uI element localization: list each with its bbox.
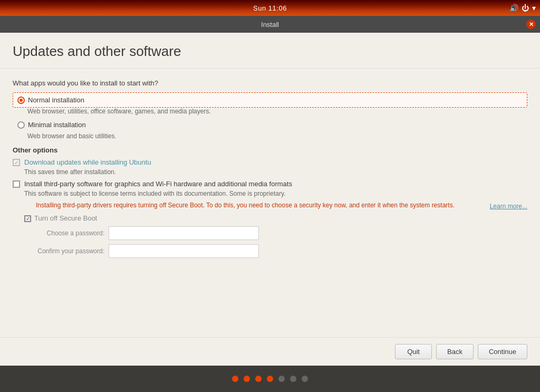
secure-boot-warning-text: Installing third-party drivers requires …: [36, 200, 481, 210]
warning-text-block: Installing third-party drivers requires …: [24, 200, 481, 210]
main-content: Updates and other software What apps wou…: [0, 33, 540, 366]
install-question: What apps would you like to install to s…: [13, 79, 527, 87]
choose-password-input[interactable]: [109, 226, 259, 240]
clock: Sun 11:06: [253, 4, 287, 12]
content-body: What apps would you like to install to s…: [0, 69, 540, 337]
window-close-button[interactable]: ✕: [526, 20, 536, 29]
power-icon[interactable]: ⏻: [522, 4, 529, 12]
system-tray: 🔊 ⏻ ▾: [509, 4, 536, 12]
secure-boot-checkbox[interactable]: [24, 215, 31, 222]
choose-password-label: Choose a password:: [24, 230, 109, 237]
close-icon: ✕: [529, 21, 534, 28]
choose-password-row: Choose a password:: [24, 226, 527, 240]
step-indicator: [0, 366, 540, 392]
continue-button[interactable]: Continue: [478, 344, 527, 359]
confirm-password-label: Confirm your password:: [24, 247, 109, 255]
minimal-installation-description: Web browser and basic utilities.: [27, 132, 527, 140]
window-titlebar: Install ✕: [0, 16, 540, 33]
third-party-row: Install third-party software for graphic…: [13, 180, 527, 188]
minimal-installation-label: Minimal installation: [28, 121, 86, 129]
minimal-installation-option[interactable]: Minimal installation: [13, 117, 527, 132]
secure-boot-label: Turn off Secure Boot: [34, 214, 97, 222]
third-party-description: This software is subject to license term…: [24, 190, 527, 197]
download-updates-description: This saves time after installation.: [24, 168, 527, 176]
normal-installation-radio[interactable]: [17, 97, 25, 104]
step-dot-6: [290, 376, 296, 382]
button-bar: Quit Back Continue: [0, 337, 540, 366]
download-updates-checkbox[interactable]: [13, 159, 20, 166]
confirm-password-row: Confirm your password:: [24, 244, 527, 258]
normal-installation-description: Web browser, utilities, office software,…: [27, 108, 527, 115]
page-title: Updates and other software: [13, 43, 527, 60]
normal-installation-label: Normal installation: [28, 96, 84, 104]
step-dot-2: [244, 376, 250, 382]
page-header: Updates and other software: [0, 33, 540, 69]
volume-icon[interactable]: 🔊: [509, 4, 518, 12]
step-dot-5: [278, 376, 285, 382]
secure-boot-warning-row: Installing third-party drivers requires …: [24, 200, 527, 210]
third-party-checkbox[interactable]: [13, 180, 20, 188]
download-updates-label: Download updates while installing Ubuntu: [24, 158, 151, 166]
step-dot-3: [255, 376, 262, 382]
normal-installation-option[interactable]: Normal installation: [13, 92, 527, 108]
step-dot-4: [267, 376, 273, 382]
third-party-label: Install third-party software for graphic…: [24, 180, 292, 188]
secure-boot-section: Turn off Secure Boot Choose a password: …: [24, 214, 527, 258]
top-bar: Sun 11:06 🔊 ⏻ ▾: [0, 0, 540, 16]
other-options-heading: Other options: [13, 146, 527, 154]
quit-button[interactable]: Quit: [395, 344, 432, 359]
learn-more-link[interactable]: Learn more...: [490, 203, 527, 210]
step-dot-1: [232, 376, 238, 382]
step-dot-7: [302, 376, 308, 382]
confirm-password-input[interactable]: [109, 244, 259, 258]
window-title: Install: [261, 21, 279, 28]
download-updates-row: Download updates while installing Ubuntu: [13, 158, 527, 166]
menu-arrow-icon[interactable]: ▾: [532, 4, 536, 12]
secure-boot-checkbox-row: Turn off Secure Boot: [24, 214, 527, 222]
back-button[interactable]: Back: [436, 344, 474, 359]
minimal-installation-radio[interactable]: [17, 121, 25, 129]
